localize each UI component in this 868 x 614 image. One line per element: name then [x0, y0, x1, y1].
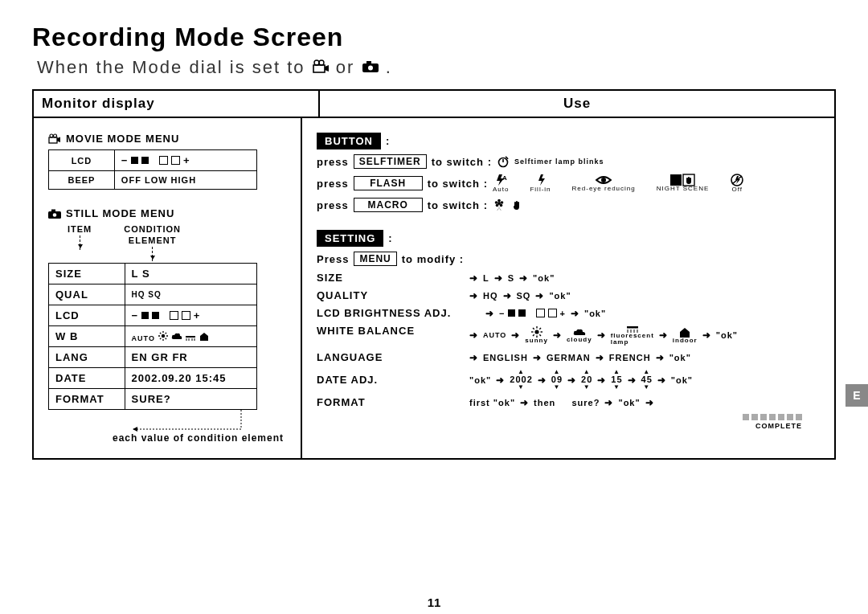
footnote-arrow: [48, 410, 289, 442]
movie-mode-icon: [312, 60, 330, 73]
format-setting: FORMAT first "ok" then sure? "ok": [317, 396, 820, 408]
flash-fill-icon: [536, 174, 546, 186]
svg-line-20: [165, 333, 166, 334]
svg-rect-4: [366, 61, 371, 64]
subtitle: When the Mode dial is set to or .: [37, 57, 836, 78]
cloud-icon: [573, 328, 586, 337]
svg-point-28: [601, 178, 606, 182]
svg-point-11: [53, 213, 57, 217]
wb-setting: WHITE BALANCE AUTO sunny cloudy fluoresc…: [317, 325, 820, 346]
hand-icon: [683, 174, 694, 186]
svg-point-2: [319, 60, 324, 65]
svg-text:A: A: [502, 174, 507, 182]
macro-row: press MACRO to switch :: [317, 198, 820, 212]
svg-point-1: [314, 60, 319, 65]
complete-label: COMPLETE: [317, 422, 820, 430]
still-mode-icon: [48, 209, 61, 219]
svg-rect-48: [627, 326, 638, 329]
lcd-setting: LCD BRIGHTNESS ADJ. − +"ok": [317, 307, 820, 319]
movie-menu-table: LCD − + BEEP OFF LOW HIGH: [48, 149, 257, 190]
still-mode-icon: [362, 60, 379, 73]
brightness-bar: − +: [121, 154, 190, 166]
column-heads: ITEM CONDITIONELEMENT: [68, 224, 286, 261]
side-tab: E: [845, 384, 868, 407]
date-setting: DATE ADJ. "ok" ▲2002▼ ▲09▼ ▲20▼ ▲15▼ ▲45…: [317, 369, 820, 391]
moon-icon: [670, 174, 682, 186]
svg-point-39: [534, 330, 538, 334]
svg-line-44: [533, 328, 534, 330]
progress-bar: [317, 414, 820, 420]
language-setting: LANGUAGE ENGLISHGERMANFRENCH"ok": [317, 351, 820, 363]
selftimer-icon: [497, 155, 510, 168]
svg-line-19: [160, 338, 161, 338]
page-number: 11: [0, 596, 868, 609]
cloud-icon: [171, 333, 182, 341]
svg-point-36: [501, 201, 504, 204]
size-setting: SIZE LS"ok": [317, 272, 820, 284]
flash-button: FLASH: [354, 176, 423, 190]
flash-off-icon: [730, 174, 744, 186]
setting-heading: SETTING: [317, 230, 383, 247]
flash-auto-icon: A: [494, 174, 507, 186]
quality-setting: QUALITY HQSQ"ok": [317, 289, 820, 301]
page-title: Recording Mode Screen: [32, 23, 836, 52]
svg-rect-21: [186, 336, 195, 338]
svg-rect-0: [313, 65, 325, 72]
svg-rect-6: [49, 137, 57, 143]
header-monitor: Monitor display: [34, 91, 320, 118]
svg-point-12: [162, 334, 165, 337]
hand-icon: [510, 199, 523, 211]
house-icon: [679, 327, 690, 338]
svg-point-38: [500, 204, 503, 207]
still-menu-title: STILL MODE MENU: [48, 207, 286, 219]
header-use: Use: [320, 91, 834, 118]
flash-row: press FLASH to switch : AAuto Fill-in Re…: [317, 174, 820, 193]
svg-line-18: [165, 338, 166, 338]
eye-icon: [596, 174, 612, 186]
still-menu-table: SIZEL S QUALHQ SQ LCD− + W B AUTO LANGEN…: [48, 263, 257, 410]
svg-rect-10: [51, 209, 55, 211]
macro-button: MACRO: [354, 198, 423, 212]
fluorescent-icon: [185, 334, 196, 341]
menu-button: MENU: [354, 252, 396, 266]
sun-icon: [531, 326, 542, 338]
svg-point-35: [495, 201, 498, 204]
svg-line-47: [539, 328, 541, 330]
house-icon: [199, 332, 209, 341]
selftimer-button: SELFTIMER: [354, 154, 427, 169]
main-table: Monitor display Use MOVIE MODE MENU LCD …: [32, 89, 836, 460]
svg-line-17: [160, 333, 161, 334]
selftimer-row: press SELFTIMER to switch : Selftimer la…: [317, 154, 820, 169]
flower-icon: [493, 199, 506, 211]
sun-icon: [158, 331, 168, 341]
svg-point-37: [496, 204, 499, 207]
movie-menu-title: MOVIE MODE MENU: [48, 133, 286, 145]
svg-point-5: [368, 66, 373, 71]
svg-line-45: [539, 334, 541, 336]
svg-line-46: [533, 334, 534, 336]
svg-rect-29: [670, 174, 682, 186]
svg-point-34: [497, 199, 501, 203]
movie-mode-icon: [48, 134, 61, 144]
button-heading: BUTTON: [317, 133, 381, 149]
